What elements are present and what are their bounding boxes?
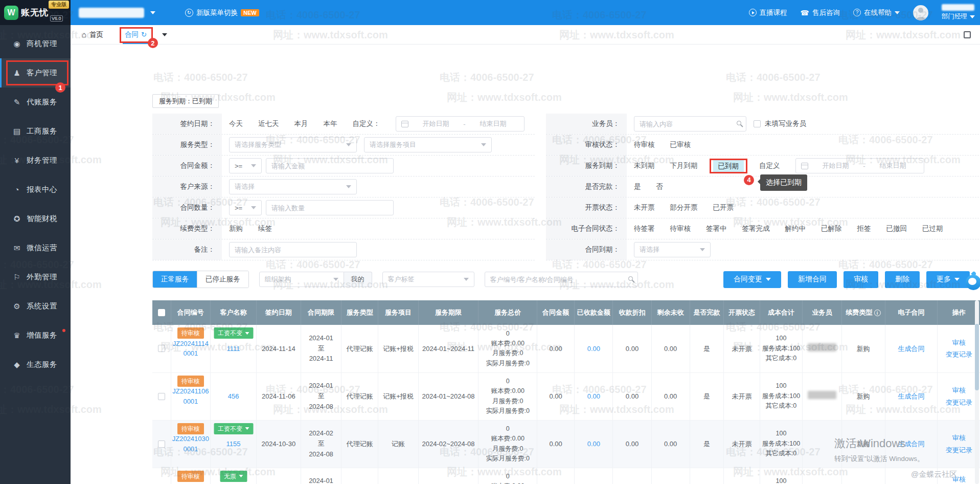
assistant-mascot[interactable] <box>966 272 980 291</box>
select-all-checkbox[interactable] <box>158 309 165 316</box>
sidebar-item-4[interactable]: ¥财务管理 <box>0 146 71 175</box>
remark-input[interactable] <box>229 242 357 257</box>
row-action-link[interactable]: 变更记录 <box>939 349 979 360</box>
action-button-3[interactable]: 删除 <box>885 271 920 288</box>
customer-name-link[interactable]: 1155 <box>226 440 241 448</box>
filter-option[interactable]: 下月到期 <box>670 161 698 170</box>
row-checkbox[interactable] <box>158 441 165 448</box>
filter-option[interactable]: 续签 <box>258 224 272 233</box>
tab-normal-service[interactable]: 正常服务 <box>153 271 197 288</box>
filter-option[interactable]: 解约中 <box>785 224 806 233</box>
table-scrollbar[interactable] <box>975 300 979 484</box>
sidebar-item-1[interactable]: ♟客户管理1 <box>0 58 71 87</box>
tab-contract[interactable]: 合同 ↻ 2 <box>123 25 149 44</box>
customer-name-link[interactable]: 456 <box>228 392 239 400</box>
filter-option[interactable]: 已审核 <box>670 140 691 149</box>
action-button-4[interactable]: 更多 <box>926 271 970 288</box>
customer-tag-select[interactable]: 客户标签 <box>382 272 474 287</box>
active-filter-chip[interactable]: 服务到期：已到期 <box>152 94 219 108</box>
generate-contract-link[interactable]: 生成合同 <box>898 345 925 353</box>
filter-option[interactable]: 已开票 <box>713 203 734 212</box>
fullscreen-icon[interactable] <box>964 31 971 38</box>
row-action-link[interactable]: 审核 <box>939 338 979 348</box>
filter-option-selected[interactable]: 已到期 <box>713 160 744 172</box>
row-action-link[interactable]: 变更记录 <box>939 445 979 455</box>
user-info[interactable]: 部门经理 <box>942 4 975 21</box>
row-action-link[interactable]: 审核 <box>939 433 979 443</box>
salesman-search-input[interactable] <box>634 116 746 131</box>
filter-option[interactable]: 已撤回 <box>886 224 907 233</box>
filter-option[interactable]: 否 <box>656 182 664 191</box>
contract-number-link[interactable]: JZ202410220001 <box>172 481 210 484</box>
generate-contract-link[interactable]: 生成合同 <box>898 392 925 400</box>
action-button-0[interactable]: 合同变更 <box>723 271 781 288</box>
received-amount-link[interactable]: 0.00 <box>587 392 600 400</box>
generate-contract-link[interactable]: 生成合同 <box>898 440 925 448</box>
filter-select[interactable]: 请选择 <box>229 179 357 194</box>
row-checkbox[interactable] <box>158 393 165 400</box>
sidebar-item-11[interactable]: ◆生态服务 <box>0 350 71 379</box>
action-button-1[interactable]: 新增合同 <box>788 271 837 288</box>
mine-button[interactable]: 我的 <box>344 272 372 287</box>
received-amount-link[interactable]: 0.00 <box>587 440 600 448</box>
type-tag[interactable]: 工资不变 <box>214 327 253 339</box>
filter-option[interactable]: 部分开票 <box>670 203 698 212</box>
tab-home[interactable]: ⌂ 首页 <box>82 30 103 39</box>
sidebar-item-0[interactable]: ◉商机管理 <box>0 29 71 58</box>
row-action-link[interactable]: 审核 <box>939 474 979 484</box>
filter-option[interactable]: 签署中 <box>706 224 727 233</box>
company-name-blurred[interactable] <box>79 8 144 18</box>
filter-option[interactable]: 新购 <box>229 224 243 233</box>
org-structure-select[interactable]: 组织架构 <box>259 272 344 287</box>
filter-option[interactable]: 待签署 <box>634 224 655 233</box>
date-range-picker[interactable]: 开始日期-结束日期 <box>795 158 924 173</box>
company-caret-icon[interactable] <box>150 11 155 14</box>
filter-option[interactable]: 已解除 <box>821 224 842 233</box>
filter-option[interactable]: 近七天 <box>258 119 279 128</box>
filter-option[interactable]: 未到期 <box>634 161 655 170</box>
after-sales-link[interactable]: ☎ 售后咨询 <box>801 8 840 17</box>
filter-select[interactable]: 请选择服务项目 <box>364 137 492 152</box>
tab-list-caret-icon[interactable] <box>162 33 167 36</box>
filter-option[interactable]: 待审核 <box>634 140 655 149</box>
scrollbar-thumb[interactable] <box>975 324 979 390</box>
sidebar-item-6[interactable]: ✪智能财税 <box>0 204 71 233</box>
table-search-input[interactable] <box>485 272 638 287</box>
type-tag[interactable]: 工资不变 <box>214 423 253 434</box>
filter-option[interactable]: 本月 <box>294 119 308 128</box>
filter-option[interactable]: 自定义： <box>353 119 380 128</box>
search-icon[interactable] <box>628 276 633 281</box>
contract-number-link[interactable]: JZ202411140001 <box>172 339 210 359</box>
row-checkbox[interactable] <box>158 345 165 352</box>
avatar[interactable] <box>913 5 928 20</box>
compare-operator-select[interactable]: >= <box>229 158 262 173</box>
row-action-link[interactable]: 审核 <box>939 385 979 395</box>
online-help-link[interactable]: ? 在线帮助 <box>853 8 900 17</box>
filter-option[interactable]: 拒签 <box>857 224 871 233</box>
filter-select[interactable]: 请选择服务类型 <box>229 137 357 152</box>
type-tag[interactable]: 无票 <box>220 471 247 482</box>
filter-option[interactable]: 已过期 <box>922 224 943 233</box>
refresh-icon[interactable]: ↻ <box>141 31 147 38</box>
filter-option[interactable]: 签署完成 <box>742 224 770 233</box>
sidebar-item-7[interactable]: ✉微信运营 <box>0 233 71 262</box>
filter-option[interactable]: 未开票 <box>634 203 655 212</box>
filter-option[interactable]: 今天 <box>229 119 243 128</box>
tab-stopped-service[interactable]: 已停止服务 <box>197 271 248 288</box>
no-salesman-checkbox[interactable] <box>754 120 761 127</box>
customer-name-link[interactable]: 1111 <box>227 345 240 353</box>
filter-option[interactable]: 本年 <box>324 119 337 128</box>
contract-number-link[interactable]: JZ202410300001 <box>172 434 210 454</box>
action-button-2[interactable]: 审核 <box>844 271 878 288</box>
sidebar-item-8[interactable]: ⚐外勤管理 <box>0 262 71 292</box>
row-action-link[interactable]: 变更记录 <box>939 398 979 408</box>
contract-number-link[interactable]: JZ202411060001 <box>172 386 210 406</box>
live-course-link[interactable]: 直播课程 <box>749 8 787 17</box>
sidebar-item-5[interactable]: ◔报表中心 <box>0 175 71 204</box>
sidebar-item-10[interactable]: ♛增值服务 <box>0 321 71 350</box>
menu-switch-button[interactable]: ↻ 新版菜单切换 NEW <box>185 8 259 17</box>
compare-operator-select[interactable]: >= <box>229 200 262 215</box>
filter-input[interactable] <box>266 200 394 215</box>
filter-option[interactable]: 自定义 <box>759 161 780 170</box>
received-amount-link[interactable]: 0.00 <box>587 345 600 353</box>
